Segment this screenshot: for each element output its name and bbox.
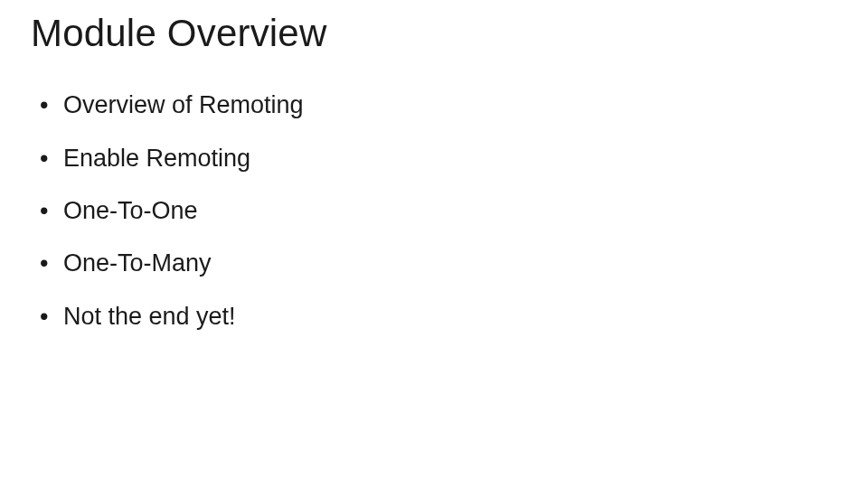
list-item: Enable Remoting <box>40 144 837 173</box>
list-item: Overview of Remoting <box>40 90 837 119</box>
slide: Module Overview Overview of Remoting Ena… <box>0 0 868 488</box>
list-item: One-To-One <box>40 196 837 225</box>
slide-title: Module Overview <box>31 13 837 54</box>
bullet-list: Overview of Remoting Enable Remoting One… <box>31 90 837 331</box>
list-item: One-To-Many <box>40 249 837 277</box>
list-item: Not the end yet! <box>40 302 837 331</box>
